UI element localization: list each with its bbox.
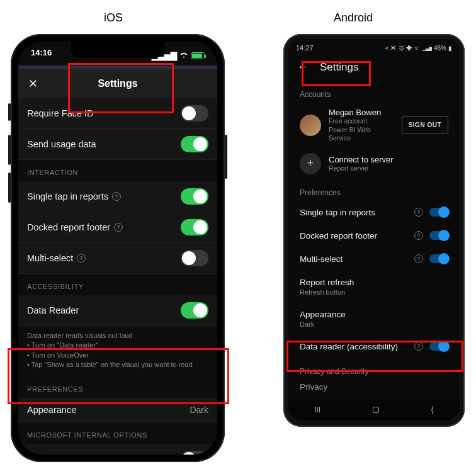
row-multi-select[interactable]: Multi-select ? [288,247,460,271]
back-icon[interactable]: ← [297,60,309,74]
section-preferences: Preferences [288,179,460,201]
account-name: Megan Bowen [329,108,394,117]
iphone-frame: 14:16 ▁▃▅▇ ✕ Settings Require Face ID Se… [11,34,225,462]
row-label: Docked report footer ? [27,222,123,232]
row-docked-footer[interactable]: Docked report footer ? [18,212,217,243]
toggle-docked-footer[interactable] [429,231,448,240]
row-require-faceid[interactable]: Require Face ID [18,98,217,129]
row-multi-select[interactable]: Multi-select ? [18,243,217,274]
sign-out-button[interactable]: SIGN OUT [402,116,448,133]
android-nav-bar: III ⟨ [288,399,460,421]
plus-icon: + [300,153,321,174]
ios-settings-header: ✕ Settings [18,65,217,98]
toggle-docked-footer[interactable] [181,219,208,235]
row-label: Privacy [300,382,327,392]
row-label: Require Face ID [27,108,94,118]
help-icon[interactable]: ? [414,231,423,240]
section-interaction: INTERACTION [18,160,217,181]
account-sub: Free account [329,117,394,126]
battery-icon [191,52,205,59]
row-single-tap[interactable]: Single tap in reports ? [18,181,217,212]
row-send-usage[interactable]: Send usage data [18,129,217,160]
page-title: Settings [18,78,217,89]
android-settings-header: ← Settings [288,54,460,81]
toggle-multi-select[interactable] [429,254,448,263]
android-screen: 14:27 ◎ ✕ ⚙ ✦ ᯤ ▁▃▅ 46% ▮ ← Settings Acc… [288,39,460,421]
toggle-single-tap[interactable] [429,208,448,217]
android-clock: 14:27 [296,44,314,52]
android-status-bar: 14:27 ◎ ✕ ⚙ ✦ ᯤ ▁▃▅ 46% ▮ [288,39,460,54]
account-row[interactable]: Megan Bowen Free account Power BI Web Se… [288,103,460,148]
row-privacy[interactable]: Privacy [288,380,460,399]
row-label: Multi-select ? [27,253,86,263]
nav-back-icon[interactable]: ⟨ [431,405,434,415]
ios-clock: 14:16 [31,48,52,63]
section-accessibility: ACCESSIBILITY [18,274,217,295]
row-label: Data reader (accessibility) [300,342,398,351]
account-sub: Power BI Web Service [329,126,394,143]
help-icon[interactable]: ? [114,223,123,232]
row-label: Single tap in reports [300,208,375,217]
help-icon[interactable]: ? [414,254,423,263]
connect-title: Connect to server [329,155,448,164]
wifi-icon [179,51,188,60]
help-icon[interactable]: ? [77,254,86,263]
row-label: Data Reader [27,305,79,315]
nav-home-icon[interactable] [373,407,379,413]
nav-recent-icon[interactable]: III [314,405,320,414]
section-privacy: Privacy and Security [288,358,460,380]
connect-server-row[interactable]: + Connect to server Report server [288,148,460,179]
help-icon[interactable]: ? [112,192,121,201]
section-preferences: PREFERENCES [18,376,217,398]
toggle-enable-logging[interactable] [181,451,208,455]
toggle-require-faceid[interactable] [181,105,208,122]
appearance-value: Dark [190,405,208,415]
page-title: Settings [320,61,358,74]
row-enable-logging[interactable]: Enable logging to local files [18,444,217,455]
ios-screen: 14:16 ▁▃▅▇ ✕ Settings Require Face ID Se… [18,42,217,455]
data-reader-help: Data reader reads visuals out loud • Tur… [18,326,217,376]
row-label: Docked report footer [300,231,377,240]
row-label: Report refresh [300,278,354,287]
row-label: Send usage data [27,139,96,149]
row-data-reader[interactable]: Data reader (accessibility) ? [288,335,460,358]
section-accounts: Accounts [288,81,460,103]
row-data-reader[interactable]: Data Reader [18,295,217,326]
iphone-notch [71,42,165,58]
close-icon[interactable]: ✕ [28,77,38,91]
toggle-data-reader[interactable] [181,302,208,319]
row-label: Multi-select [300,254,343,264]
row-report-refresh[interactable]: Report refresh Refresh button [288,271,460,303]
appearance-value: Dark [300,320,346,328]
row-label: Single tap in reports ? [27,191,121,201]
battery-text: 46% [434,45,446,52]
help-icon[interactable]: ? [414,342,423,351]
row-label: Enable logging to local files [27,454,138,455]
row-sub: Refresh button [300,288,354,296]
row-appearance[interactable]: Appearance Dark [288,303,460,335]
platform-label-ios: iOS [104,11,123,25]
connect-sub: Report server [329,164,448,173]
platform-label-android: Android [334,11,373,25]
battery-icon: ▮ [448,45,452,52]
toggle-single-tap[interactable] [181,188,208,205]
android-frame: 14:27 ◎ ✕ ⚙ ✦ ᯤ ▁▃▅ 46% ▮ ← Settings Acc… [283,34,465,427]
row-label: Appearance [300,310,346,319]
help-icon[interactable]: ? [414,208,423,217]
row-single-tap[interactable]: Single tap in reports ? [288,201,460,224]
row-label: Appearance [27,405,76,415]
status-icons: ◎ ✕ ⚙ ✦ ᯤ ▁▃▅ [385,45,432,52]
row-docked-footer[interactable]: Docked report footer ? [288,224,460,247]
toggle-send-usage[interactable] [181,136,208,152]
row-appearance[interactable]: Appearance Dark [18,398,217,422]
section-internal: MICROSOFT INTERNAL OPTIONS [18,422,217,444]
toggle-multi-select[interactable] [181,250,208,266]
toggle-data-reader[interactable] [429,342,448,351]
avatar [300,115,321,136]
